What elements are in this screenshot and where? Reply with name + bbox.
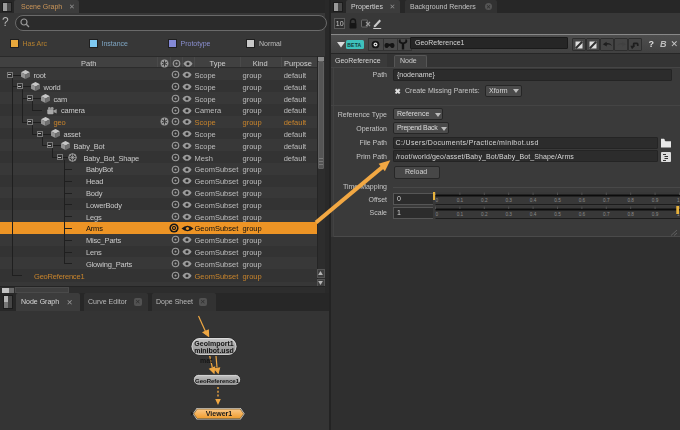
svg-text:0.5: 0.5 [554,212,561,217]
svg-text:Viewer1: Viewer1 [206,410,232,417]
svg-text:0.1: 0.1 [457,212,464,217]
svg-text:0: 0 [436,212,439,217]
svg-text:0.8: 0.8 [627,198,634,203]
svg-text:0.3: 0.3 [505,198,512,203]
svg-text:0.2: 0.2 [481,198,488,203]
svg-text:0.9: 0.9 [652,198,659,203]
svg-text:0.2: 0.2 [481,212,488,217]
svg-text:GeoReference1: GeoReference1 [195,377,240,384]
svg-text:0.9: 0.9 [652,212,659,217]
svg-text:0.7: 0.7 [603,212,610,217]
svg-text:0.4: 0.4 [530,212,537,217]
svg-text:0.3: 0.3 [505,212,512,217]
svg-text:0.6: 0.6 [579,198,586,203]
svg-text:mat: mat [200,357,213,364]
svg-text:0.1: 0.1 [457,198,464,203]
svg-text:0.5: 0.5 [554,198,561,203]
svg-text:0.8: 0.8 [627,212,634,217]
svg-text:0.7: 0.7 [603,198,610,203]
svg-text:minibot.usd: minibot.usd [194,347,234,354]
svg-text:0.6: 0.6 [579,212,586,217]
svg-text:0: 0 [436,198,439,203]
svg-text:1: 1 [677,198,680,203]
svg-text:0.4: 0.4 [530,198,537,203]
